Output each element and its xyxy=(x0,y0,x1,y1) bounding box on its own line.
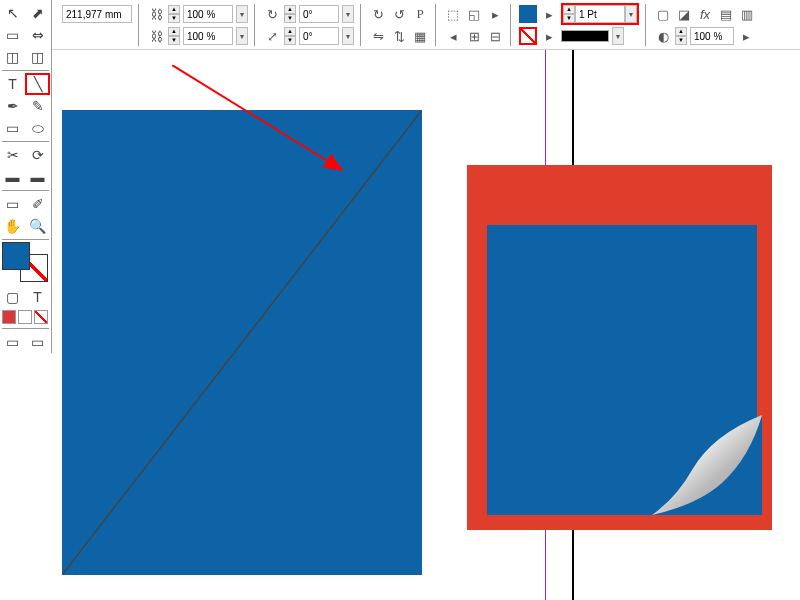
spin-down-icon[interactable]: ▼ xyxy=(284,14,296,23)
top-toolbar: ⛓ ▲▼ ▾ ⛓ ▲▼ ▾ ↻ ▲▼ ▾ ⤢ ▲▼ ▾ ↻ ↺ P xyxy=(0,0,800,50)
spin-up-icon[interactable]: ▲ xyxy=(284,5,296,14)
select-content-icon[interactable]: ◱ xyxy=(465,5,483,23)
wrap2-icon[interactable]: ▥ xyxy=(738,5,756,23)
pencil-tool[interactable]: ✎ xyxy=(25,95,50,117)
expand-icon[interactable]: ▸ xyxy=(540,5,558,23)
flip-group: ↻ ↺ P ⇋ ⇅ ▦ xyxy=(369,4,436,46)
note-tool[interactable]: ▭ xyxy=(0,193,25,215)
character-icon[interactable]: P xyxy=(411,5,429,23)
content-tool[interactable]: ◫ xyxy=(0,46,25,68)
apply-gradient-icon[interactable] xyxy=(18,310,32,324)
dropdown-icon[interactable]: ▾ xyxy=(342,27,354,45)
wrap-icon[interactable]: ▤ xyxy=(717,5,735,23)
rotate-ccw-icon[interactable]: ↺ xyxy=(390,5,408,23)
expand-icon[interactable]: ▸ xyxy=(737,27,755,45)
svg-line-0 xyxy=(62,110,422,575)
spin-down-icon[interactable]: ▼ xyxy=(168,36,180,45)
spin-up-icon[interactable]: ▲ xyxy=(563,5,575,14)
select-next-icon[interactable]: ◂ xyxy=(444,27,462,45)
scale-x-input[interactable] xyxy=(183,5,233,23)
dropdown-icon[interactable]: ▾ xyxy=(612,27,624,45)
arrange-group: ⬚ ◱ ▸ ◂ ⊞ ⊟ xyxy=(444,4,511,46)
spin-down-icon[interactable]: ▼ xyxy=(168,14,180,23)
apply-none-icon[interactable] xyxy=(34,310,48,324)
page-curl-effect xyxy=(652,415,762,515)
flip-v-icon[interactable]: ⇅ xyxy=(390,27,408,45)
spin-up-icon[interactable]: ▲ xyxy=(284,27,296,36)
direct-selection-tool[interactable]: ⬈ xyxy=(25,2,50,24)
spin-down-icon[interactable]: ▼ xyxy=(563,14,575,23)
transform-tool[interactable]: ⟳ xyxy=(25,144,50,166)
color-swatch-stack[interactable] xyxy=(2,242,50,284)
stroke-color-swatch[interactable] xyxy=(561,30,609,42)
gap-tool[interactable]: ⇔ xyxy=(25,24,50,46)
dropdown-icon[interactable]: ▾ xyxy=(625,5,637,23)
spin-down-icon[interactable]: ▼ xyxy=(284,36,296,45)
selection-tool[interactable]: ↖ xyxy=(0,2,25,24)
pen-tool[interactable]: ✒ xyxy=(0,95,25,117)
screen-mode-icon[interactable]: ▭ xyxy=(25,331,50,353)
fill-stroke-group: ▸ ▲▼ ▾ ▸ ▾ xyxy=(519,4,646,46)
no-stroke-button[interactable] xyxy=(519,27,537,45)
dropdown-icon[interactable]: ▾ xyxy=(342,5,354,23)
spin-up-icon[interactable]: ▲ xyxy=(675,27,687,36)
eyedropper-tool[interactable]: ✐ xyxy=(25,193,50,215)
spin-down-icon[interactable]: ▼ xyxy=(675,36,687,45)
diagonal-line-object[interactable] xyxy=(62,110,422,575)
text-format-icon[interactable]: T xyxy=(25,286,50,308)
select-container-icon[interactable]: ⬚ xyxy=(444,5,462,23)
opacity-input[interactable] xyxy=(690,27,734,45)
gradient-tool[interactable]: ▬ xyxy=(0,166,25,188)
container-format-icon[interactable]: ▢ xyxy=(0,286,25,308)
rotate-cw-icon[interactable]: ↻ xyxy=(369,5,387,23)
grid-icon[interactable]: ▦ xyxy=(411,27,429,45)
link-icon[interactable]: ⛓ xyxy=(147,27,165,45)
ellipse-tool[interactable]: ⬭ xyxy=(25,117,50,139)
view-mode-icon[interactable]: ▭ xyxy=(0,331,25,353)
opacity-icon[interactable]: ◐ xyxy=(654,27,672,45)
page-tool[interactable]: ▭ xyxy=(0,24,25,46)
expand-icon[interactable]: ▸ xyxy=(540,27,558,45)
content-tool-2[interactable]: ◫ xyxy=(25,46,50,68)
scale-group: ⛓ ▲▼ ▾ ⛓ ▲▼ ▾ xyxy=(147,4,255,46)
hand-tool[interactable]: ✋ xyxy=(0,215,25,237)
select-prev-icon[interactable]: ▸ xyxy=(486,5,504,23)
fx-icon[interactable]: fx xyxy=(696,5,714,23)
dropdown-icon[interactable]: ▾ xyxy=(236,27,248,45)
rotate-group: ↻ ▲▼ ▾ ⤢ ▲▼ ▾ xyxy=(263,4,361,46)
rotate-icon[interactable]: ↻ xyxy=(263,5,281,23)
scissors-tool[interactable]: ✂ xyxy=(0,144,25,166)
link-icon[interactable]: ⛓ xyxy=(147,5,165,23)
rectangle-tool[interactable]: ▭ xyxy=(0,117,25,139)
scale-y-input[interactable] xyxy=(183,27,233,45)
tree-icon[interactable]: ⊞ xyxy=(465,27,483,45)
rotate-input-2[interactable] xyxy=(299,27,339,45)
zoom-tool[interactable]: 🔍 xyxy=(25,215,50,237)
flip-h-icon[interactable]: ⇋ xyxy=(369,27,387,45)
fill-swatch-icon[interactable] xyxy=(2,242,30,270)
spin-up-icon[interactable]: ▲ xyxy=(168,27,180,36)
shear-icon[interactable]: ⤢ xyxy=(263,27,281,45)
position-input[interactable] xyxy=(62,5,132,23)
effect-icon[interactable]: ▢ xyxy=(654,5,672,23)
spin-up-icon[interactable]: ▲ xyxy=(168,5,180,14)
rotate-input-1[interactable] xyxy=(299,5,339,23)
gradient-feather-tool[interactable]: ▬ xyxy=(25,166,50,188)
stroke-weight-input[interactable] xyxy=(575,5,625,23)
dropdown-icon[interactable]: ▾ xyxy=(236,5,248,23)
fill-color-swatch[interactable] xyxy=(519,5,537,23)
effects-group: ▢ ◪ fx ▤ ▥ ◐ ▲▼ ▸ xyxy=(654,4,762,46)
canvas-area[interactable] xyxy=(52,50,800,600)
apply-color-icon[interactable] xyxy=(2,310,16,324)
shadow-icon[interactable]: ◪ xyxy=(675,5,693,23)
tree2-icon[interactable]: ⊟ xyxy=(486,27,504,45)
position-group xyxy=(62,4,139,46)
toolbox-panel: ↖⬈ ▭⇔ ◫◫ T╲ ✒✎ ▭⬭ ✂⟳ ▬▬ ▭✐ ✋🔍 ▢T ▭▭ xyxy=(0,0,52,353)
type-tool[interactable]: T xyxy=(0,73,25,95)
line-tool[interactable]: ╲ xyxy=(25,73,50,95)
